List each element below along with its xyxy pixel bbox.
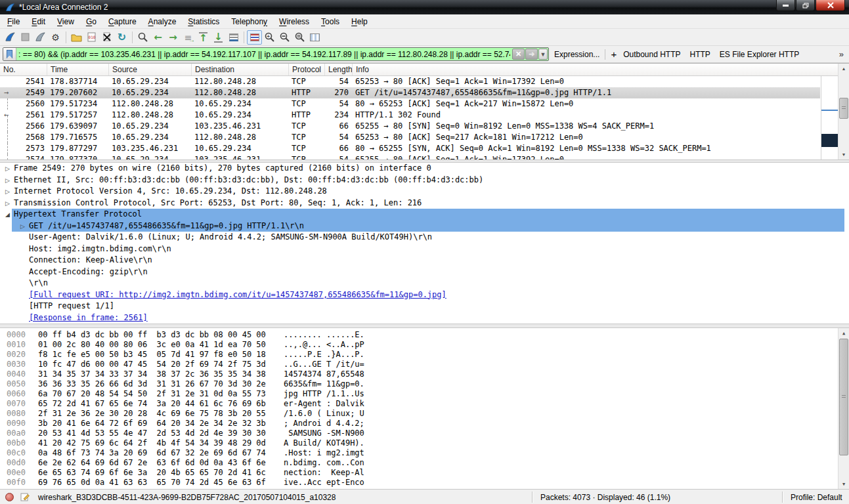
packet-cell-time[interactable]: 178.837714 (47, 76, 109, 87)
expander-icon[interactable]: ◢ (5, 209, 14, 221)
packet-cell-length[interactable]: 66 (325, 121, 353, 132)
detail-row[interactable]: [Response in frame: 2561] (0, 312, 849, 324)
bytes-scroll-down-icon[interactable]: ▼ (839, 479, 848, 489)
packet-cell-length[interactable]: 54 (325, 76, 353, 87)
packet-cell-length[interactable]: 66 (325, 143, 353, 154)
packet-cell-source[interactable]: 10.65.29.234 (109, 87, 192, 98)
menu-item-view[interactable]: View (51, 15, 80, 28)
hex-offset[interactable]: 0020 (7, 350, 33, 360)
detail-row[interactable]: Host: img2.imgtn.bdimg.com\r\n (0, 243, 849, 255)
stop-capture-icon[interactable] (18, 30, 33, 45)
hex-ascii[interactable]: ive..Acc ept-Enco (284, 478, 364, 488)
packet-cell-info[interactable]: 65253 → 80 [ACK] Seq=217 Ack=181 Win=172… (353, 132, 820, 143)
hex-offset[interactable]: 0090 (7, 419, 33, 429)
packet-cell-info[interactable]: 80 → 65253 [ACK] Seq=1 Ack=217 Win=15872… (353, 98, 820, 110)
column-header-source[interactable]: Source (109, 64, 192, 75)
hex-row[interactable]: 00c00a 48 6f 73 74 3a 20 69 6d 67 32 2e … (0, 448, 849, 458)
packet-cell-info[interactable]: HTTP/1.1 302 Found (353, 110, 820, 121)
display-filter-input[interactable] (16, 50, 512, 59)
hex-ascii[interactable]: nection: Keep-Al (284, 468, 364, 478)
close-file-icon[interactable] (99, 30, 114, 45)
packet-cell-protocol[interactable]: TCP (289, 132, 325, 143)
go-forward-icon[interactable]: → (165, 30, 181, 45)
menu-item-wireless[interactable]: Wireless (273, 15, 315, 28)
go-first-packet-icon[interactable]: ↑ (196, 30, 211, 45)
packet-cell-no[interactable]: 2561 (16, 110, 47, 121)
detail-row[interactable]: ▷Frame 2549: 270 bytes on wire (2160 bit… (0, 163, 849, 175)
packet-cell-length[interactable]: 54 (325, 132, 353, 143)
hex-ascii[interactable]: ..,.@... <..A..pP (284, 340, 364, 350)
menu-item-telephony[interactable]: Telephony (225, 15, 273, 28)
hex-ascii[interactable]: .Host: i mg2.imgt (284, 448, 364, 458)
menu-item-statistics[interactable]: Statistics (182, 15, 225, 28)
expander-icon[interactable]: ▷ (5, 198, 14, 210)
auto-scroll-icon[interactable] (226, 30, 241, 45)
hex-bytes[interactable]: 20 53 41 4d 53 55 4e 47 2d 53 4d 2d 4e 3… (38, 429, 278, 438)
hex-ascii[interactable]: ........ ......E. (284, 330, 364, 340)
filter-shortcut-http[interactable]: HTTP (690, 50, 710, 59)
hex-offset[interactable]: 00e0 (7, 468, 33, 478)
expander-icon[interactable]: ▷ (5, 175, 14, 187)
hex-bytes[interactable]: f8 1c fe e5 00 50 b3 45 05 7d 41 97 f8 e… (38, 350, 278, 360)
packet-cell-time[interactable]: 179.639097 (47, 121, 109, 132)
packet-list-scrollbar[interactable]: ▲ ▼ (838, 64, 849, 159)
packet-cell-protocol[interactable]: TCP (289, 121, 325, 132)
hex-offset[interactable]: 00d0 (7, 458, 33, 468)
packet-cell-info[interactable]: GET /it/u=1457437487,655486635&fm=11&gp=… (353, 87, 820, 98)
menu-item-go[interactable]: Go (80, 15, 102, 28)
detail-row[interactable]: ▷Internet Protocol Version 4, Src: 10.65… (0, 186, 849, 198)
zoom-out-icon[interactable] (277, 30, 292, 45)
field-link[interactable]: [Full request URI: http://img2.imgtn.bdi… (29, 290, 446, 299)
packet-cell-destination[interactable]: 112.80.248.28 (192, 76, 289, 87)
hex-bytes[interactable]: 41 20 42 75 69 6c 64 2f 4b 4f 54 34 39 4… (38, 438, 278, 448)
hex-row[interactable]: 003010 fc 47 d6 00 00 47 45 54 20 2f 69 … (0, 360, 849, 369)
menu-item-edit[interactable]: Edit (26, 15, 51, 28)
hex-row[interactable]: 0020f8 1c fe e5 00 50 b3 45 05 7d 41 97 … (0, 350, 849, 360)
packet-row[interactable]: 2574179.87737010.65.29.234103.235.46.231… (0, 154, 820, 159)
hex-row[interactable]: 00e06e 65 63 74 69 6f 6e 3a 20 4b 65 65 … (0, 468, 849, 478)
packet-cell-info[interactable]: 80 → 65255 [SYN, ACK] Seq=0 Ack=1 Win=81… (353, 143, 820, 154)
detail-row[interactable]: User-Agent: Dalvik/1.6.0 (Linux; U; Andr… (0, 232, 849, 243)
packet-row[interactable]: →2549179.20760210.65.29.234112.80.248.28… (0, 87, 820, 98)
packet-cell-no[interactable]: 2573 (16, 143, 47, 154)
filter-add-button[interactable]: + (611, 49, 617, 60)
packet-row[interactable]: 2573179.877297103.235.46.23110.65.29.234… (0, 143, 820, 154)
hex-ascii[interactable]: er-Agent : Dalvik (284, 399, 364, 409)
scroll-down-arrow-icon[interactable]: ▼ (839, 150, 848, 159)
hex-row[interactable]: 007065 72 2d 41 67 65 6e 74 3a 20 44 61 … (0, 399, 849, 409)
bytes-scrollbar-thumb[interactable] (839, 339, 848, 455)
packet-cell-no[interactable]: 2549 (16, 87, 47, 98)
packet-cell-time[interactable]: 179.716575 (47, 132, 109, 143)
packet-cell-destination[interactable]: 10.65.29.234 (192, 143, 289, 154)
packet-cell-time[interactable]: 179.877370 (47, 154, 109, 159)
packet-row[interactable]: ←2561179.517257112.80.248.2810.65.29.234… (0, 110, 820, 121)
packet-cell-time[interactable]: 179.877297 (47, 143, 109, 154)
hex-offset[interactable]: 0030 (7, 360, 33, 369)
detail-row[interactable]: \r\n (0, 278, 849, 289)
filter-shortcut-es-file-explorer-http[interactable]: ES File Explorer HTTP (720, 50, 799, 59)
packet-row[interactable]: 2566179.63909710.65.29.234103.235.46.231… (0, 121, 820, 132)
column-header-info[interactable]: Info (353, 64, 849, 75)
hex-bytes[interactable]: 0a 48 6f 73 74 3a 20 69 6d 67 32 2e 69 6… (38, 448, 278, 458)
packet-cell-no[interactable]: 2560 (16, 98, 47, 110)
profile-label[interactable]: Profile: Default (791, 490, 842, 504)
intelligent-scrollbar-minimap[interactable] (821, 76, 838, 159)
packet-cell-info[interactable]: 65253 → 80 [ACK] Seq=1 Ack=1 Win=17392 L… (353, 76, 820, 87)
wireshark-start-capture-icon[interactable] (3, 30, 18, 45)
packet-cell-protocol[interactable]: HTTP (289, 110, 325, 121)
hex-bytes[interactable]: 00 ff b4 d3 dc bb 00 ff b3 d3 dc bb 08 0… (38, 330, 278, 340)
expander-icon[interactable]: ▷ (20, 221, 29, 233)
hex-row[interactable]: 000000 ff b4 d3 dc bb 00 ff b3 d3 dc bb … (0, 330, 849, 340)
detail-row[interactable]: ◢Hypertext Transfer Protocol (0, 209, 849, 220)
hex-row[interactable]: 00b041 20 42 75 69 6c 64 2f 4b 4f 54 34 … (0, 438, 849, 448)
open-file-icon[interactable] (69, 30, 84, 45)
hex-bytes[interactable]: 3b 20 41 6e 64 72 6f 69 64 20 34 2e 34 2… (38, 419, 278, 429)
packet-cell-source[interactable]: 112.80.248.28 (109, 98, 192, 110)
minimize-button[interactable] (776, 0, 795, 11)
colorize-packets-icon[interactable] (247, 30, 262, 45)
hex-row[interactable]: 001001 00 2c 80 40 00 80 06 3c e0 0a 41 … (0, 340, 849, 350)
packet-cell-length[interactable]: 54 (325, 154, 353, 159)
hex-offset[interactable]: 00a0 (7, 429, 33, 438)
hex-ascii[interactable]: 6635&fm= 11&gp=0. (284, 379, 364, 389)
display-filter-field[interactable]: ✕ ➜ ▼ (3, 47, 549, 61)
